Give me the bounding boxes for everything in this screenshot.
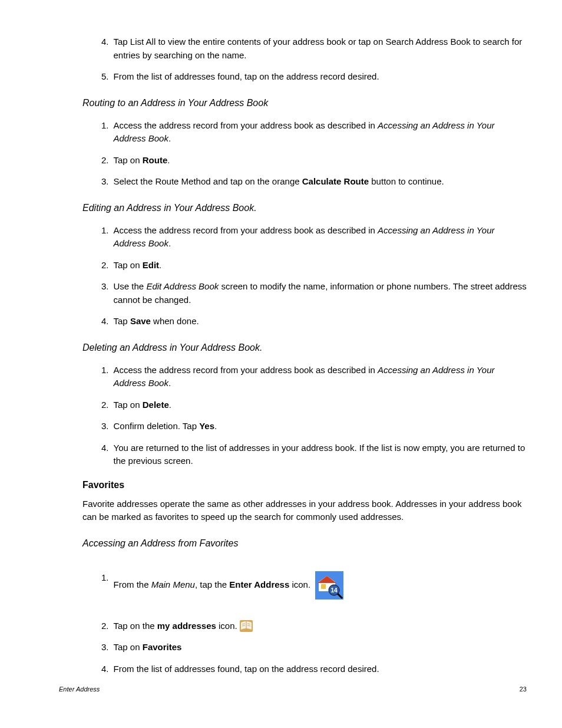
page-content: 4. Tap List All to view the entire conte… <box>59 35 527 676</box>
list-item: 3. Use the Edit Address Book screen to m… <box>59 280 527 307</box>
subheading-editing: Editing an Address in Your Address Book. <box>59 203 527 213</box>
bold-text: Yes <box>199 421 214 431</box>
text-span: Tap <box>114 316 130 326</box>
list-text: Use the Edit Address Book screen to modi… <box>109 280 527 307</box>
list-item: 1. Access the address record from your a… <box>59 224 527 251</box>
page-number: 23 <box>520 686 527 693</box>
list-text: Tap on Favorites <box>109 641 527 654</box>
text-span: Tap on <box>114 400 143 410</box>
list-text: Tap on Route. <box>109 154 527 167</box>
list-item: 1. Access the address record from your a… <box>59 119 527 146</box>
subheading-deleting: Deleting an Address in Your Address Book… <box>59 342 527 353</box>
list-item: 2. Tap on the my addresses icon. <box>59 620 527 633</box>
list-number: 1. <box>59 364 109 390</box>
list-number: 2. <box>59 259 109 272</box>
text-span: Tap on the <box>114 621 157 631</box>
subheading-routing: Routing to an Address in Your Address Bo… <box>59 98 527 108</box>
my-addresses-icon <box>240 620 253 632</box>
list-text: Confirm deletion. Tap Yes. <box>109 420 527 433</box>
spacer <box>59 608 527 620</box>
text-span: Access the address record from your addr… <box>114 365 378 375</box>
list-item: 2. Tap on Route. <box>59 154 527 167</box>
list-item: 3. Tap on Favorites <box>59 641 527 654</box>
list-number: 2. <box>59 154 109 167</box>
text-span: . <box>168 133 171 143</box>
text-span: . <box>214 421 217 431</box>
italic-text: Edit Address Book <box>146 281 219 291</box>
text-span: Tap on <box>114 155 143 165</box>
text-span: . <box>167 155 170 165</box>
list-text: Access the address record from your addr… <box>109 364 527 390</box>
svg-text:14: 14 <box>331 587 338 594</box>
text-span: Use the <box>114 281 147 291</box>
list-text: Access the address record from your addr… <box>109 119 527 146</box>
text-span: icon. <box>216 621 237 631</box>
text-span: Access the address record from your addr… <box>114 225 378 235</box>
paragraph-favorites: Favorite addresses operate the same as o… <box>59 498 527 524</box>
enter-address-icon: 14 <box>315 571 343 599</box>
bold-text: Route <box>143 155 168 165</box>
list-item: 2. Tap on Edit. <box>59 259 527 272</box>
list-text: From the list of addresses found, tap on… <box>109 70 527 84</box>
list-text: From the list of addresses found, tap on… <box>109 663 527 676</box>
list-item: 5. From the list of addresses found, tap… <box>59 70 527 84</box>
list-text: Tap Save when done. <box>109 315 527 328</box>
bold-text: Save <box>130 316 151 326</box>
text-span: . <box>168 238 171 248</box>
text-span: icon. <box>289 579 310 589</box>
list-item: 3. Confirm deletion. Tap Yes. <box>59 420 527 433</box>
text-span: . <box>168 378 171 388</box>
list-number: 3. <box>59 175 109 189</box>
list-item: 4. You are returned to the list of addre… <box>59 442 527 468</box>
list-item: 1. From the Main Menu, tap the Enter Add… <box>59 571 527 599</box>
page-footer: Enter Address 23 <box>59 686 527 693</box>
text-span: Tap on <box>114 642 143 652</box>
list-item: 4. Tap List All to view the entire conte… <box>59 35 527 62</box>
list-text: Tap List All to view the entire contents… <box>109 35 527 62</box>
heading-favorites: Favorites <box>59 480 527 490</box>
list-number: 4. <box>59 35 109 62</box>
list-number: 1. <box>59 571 109 599</box>
text-span: button to continue. <box>369 176 444 186</box>
list-item: 4. From the list of addresses found, tap… <box>59 663 527 676</box>
footer-section-name: Enter Address <box>59 686 100 693</box>
bold-text: Enter Address <box>229 579 289 589</box>
text-span: From the <box>114 579 151 589</box>
bold-text: Favorites <box>143 642 182 652</box>
list-number: 5. <box>59 70 109 84</box>
list-text: You are returned to the list of addresse… <box>109 442 527 468</box>
text-span: Tap on <box>114 260 143 270</box>
list-text: Tap on Edit. <box>109 259 527 272</box>
text-span: Access the address record from your addr… <box>114 120 378 130</box>
list-number: 1. <box>59 224 109 251</box>
list-number: 1. <box>59 119 109 146</box>
list-number: 3. <box>59 420 109 433</box>
bold-text: Delete <box>143 400 169 410</box>
list-number: 4. <box>59 442 109 468</box>
svg-rect-3 <box>321 584 326 589</box>
text-span: Confirm deletion. Tap <box>114 421 200 431</box>
list-number: 3. <box>59 280 109 307</box>
list-text: From the Main Menu, tap the Enter Addres… <box>109 571 527 599</box>
list-item: 1. Access the address record from your a… <box>59 364 527 390</box>
text-span: . <box>159 260 161 270</box>
list-number: 4. <box>59 315 109 328</box>
list-number: 2. <box>59 398 109 412</box>
list-text: Tap on the my addresses icon. <box>109 620 527 633</box>
list-text: Access the address record from your addr… <box>109 224 527 251</box>
text-span: when done. <box>151 316 199 326</box>
text-span: , tap the <box>195 579 229 589</box>
list-text: Select the Route Method and tap on the o… <box>109 175 527 189</box>
italic-text: Main Menu <box>151 579 195 589</box>
list-item: 3. Select the Route Method and tap on th… <box>59 175 527 189</box>
bold-text: my addresses <box>157 621 216 631</box>
text-span: Select the Route Method and tap on the o… <box>114 176 302 186</box>
list-number: 2. <box>59 620 109 633</box>
list-item: 2. Tap on Delete. <box>59 398 527 412</box>
list-number: 3. <box>59 641 109 654</box>
text-span: . <box>169 400 171 410</box>
bold-text: Calculate Route <box>302 176 369 186</box>
bold-text: Edit <box>143 260 159 270</box>
spacer <box>59 559 527 571</box>
subheading-accessing-favorites: Accessing an Address from Favorites <box>59 538 527 549</box>
